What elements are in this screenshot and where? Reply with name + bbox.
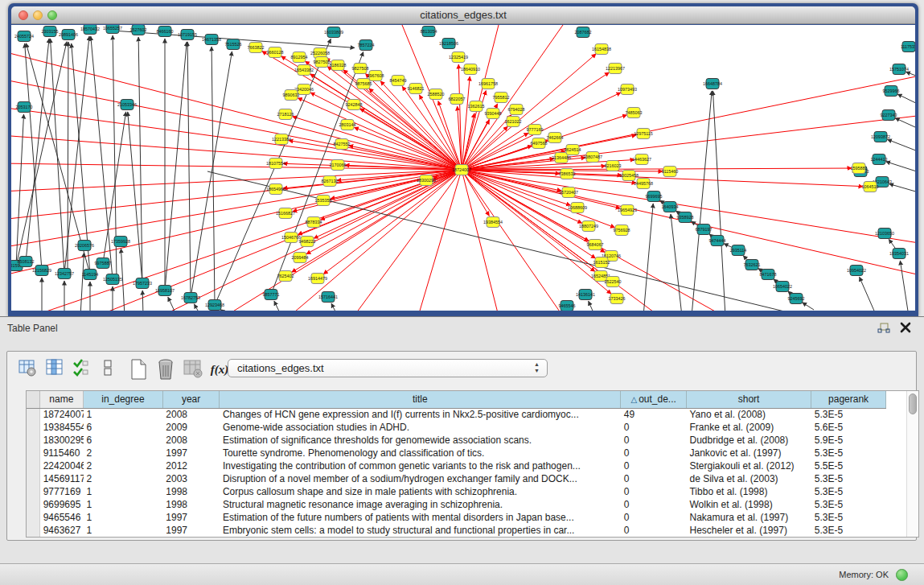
table-cell[interactable]: 9465546 [39, 511, 83, 524]
network-node[interactable]: 8186328 [330, 60, 347, 71]
table-cell[interactable]: Tourette syndrome. Phenomenology and cla… [220, 447, 621, 459]
network-node[interactable]: 1615152 [593, 257, 610, 268]
network-node[interactable]: 12156829 [32, 266, 51, 276]
network-node[interactable]: 10354031 [889, 249, 909, 259]
table-cell[interactable]: 1997 [162, 447, 220, 459]
network-node[interactable]: 14495768 [634, 179, 653, 189]
table-cell[interactable]: Estimation of the future numbers of pati… [220, 511, 621, 524]
network-node[interactable]: 2053170 [16, 102, 33, 113]
table-cell[interactable]: 0 [621, 472, 687, 485]
select-all-icon[interactable] [70, 358, 91, 381]
network-node[interactable]: 10025458 [619, 171, 639, 181]
network-node[interactable]: 14136141 [576, 290, 595, 300]
network-node[interactable]: 6216023 [605, 161, 622, 171]
network-node[interactable]: 9474444 [709, 236, 726, 246]
table-cell[interactable]: Jankovic et al. (1997) [686, 447, 811, 459]
table-scrollbar[interactable] [906, 391, 918, 537]
table-cell[interactable]: 0 [621, 485, 687, 498]
table-row[interactable]: 1830029562008Estimation of significance … [27, 434, 886, 447]
network-node[interactable]: 12093872 [871, 132, 890, 142]
table-cell[interactable]: 0 [621, 459, 687, 472]
table-cell[interactable]: Nakamura et al. (1997) [686, 511, 811, 524]
column-header-out_de...[interactable]: △out_de... [621, 391, 687, 408]
network-node[interactable]: 8813054 [421, 27, 437, 37]
table-row[interactable]: 1456911722003Disruption of a novel membe… [27, 472, 886, 485]
column-header-pagerank[interactable]: pagerank [811, 391, 886, 408]
network-node[interactable]: 16961758 [478, 79, 498, 89]
table-cell[interactable]: 9699695 [39, 498, 83, 511]
delete-column-icon[interactable] [155, 358, 176, 381]
network-node[interactable]: 7663822 [248, 43, 265, 53]
network-node[interactable]: 16914479 [308, 274, 327, 284]
network-node[interactable]: 15751074 [889, 64, 909, 75]
network-node[interactable]: 12103650 [875, 229, 894, 239]
network-node[interactable]: 1117537 [901, 42, 915, 52]
show-columns-icon[interactable] [44, 358, 65, 381]
network-node[interactable]: 15166827 [276, 208, 295, 219]
network-node[interactable]: 2803144 [339, 120, 356, 130]
network-node[interactable]: 12325419 [449, 52, 468, 63]
table-cell[interactable]: Investigating the contribution of common… [220, 459, 621, 472]
network-node[interactable]: 10973493 [618, 84, 637, 95]
table-cell[interactable]: 18724007 [39, 408, 83, 421]
network-node[interactable]: 24055724 [14, 31, 34, 42]
table-cell[interactable]: 5.5E-5 [811, 459, 886, 472]
network-node[interactable]: 9777169 [527, 125, 544, 135]
network-node[interactable]: 9245692 [788, 294, 805, 304]
network-node[interactable]: 2099484 [292, 253, 309, 263]
network-node[interactable]: 9358928 [677, 212, 694, 223]
network-node[interactable]: 12923468 [205, 300, 224, 311]
network-node[interactable]: 12505135 [103, 274, 122, 285]
network-node[interactable]: 10654022 [773, 282, 792, 292]
network-node[interactable]: 10807487 [583, 152, 602, 163]
network-node[interactable]: 9684067 [587, 240, 604, 250]
column-header-short[interactable]: short [686, 391, 811, 408]
table-cell[interactable]: 2 [84, 472, 163, 485]
delete-table-icon[interactable] [183, 358, 203, 381]
table-cell[interactable]: 0 [621, 447, 687, 459]
column-header-year[interactable]: year [162, 391, 220, 408]
network-node[interactable]: 2522540 [605, 277, 622, 287]
table-cell[interactable]: 22420046 [39, 459, 83, 472]
float-panel-icon[interactable] [877, 323, 890, 334]
network-node[interactable]: 9529966 [883, 86, 900, 97]
network-node[interactable]: 1244413 [871, 154, 888, 165]
column-header-name[interactable]: name [39, 391, 83, 408]
network-node[interactable]: 16782753 [181, 293, 200, 303]
table-cell[interactable]: 5.3E-5 [811, 524, 886, 537]
table-cell[interactable]: 5.9E-5 [811, 434, 886, 447]
table-cell[interactable]: 5.3E-5 [811, 511, 886, 524]
network-node[interactable]: 6822057 [449, 94, 466, 105]
network-node[interactable]: 9699695 [646, 192, 663, 202]
close-panel-icon[interactable] [900, 322, 911, 333]
table-cell[interactable]: 1 [84, 524, 163, 537]
table-settings-icon[interactable] [17, 358, 38, 381]
table-row[interactable]: 2242004622012Investigating the contribut… [27, 459, 886, 472]
network-node[interactable]: 15720407 [559, 187, 578, 198]
table-cell[interactable]: 19384554 [39, 421, 83, 434]
network-node[interactable]: 6497568 [531, 138, 548, 149]
table-cell[interactable]: 5.3E-5 [811, 485, 886, 498]
network-node[interactable]: 7462664 [547, 133, 564, 143]
table-cell[interactable]: Tibbo et al. (1998) [686, 485, 811, 498]
table-cell[interactable]: 1997 [162, 524, 220, 537]
network-node[interactable]: 18807249 [579, 221, 598, 232]
table-cell[interactable]: Changes of HCN gene expression and I(f) … [220, 408, 621, 421]
table-row[interactable]: 977716911998Corpus callosum shape and si… [27, 485, 886, 498]
row-header-column[interactable] [27, 391, 39, 408]
table-cell[interactable]: 1998 [162, 485, 220, 498]
network-node[interactable]: 1595881 [851, 163, 868, 174]
network-node[interactable]: 8267130 [322, 176, 339, 187]
table-cell[interactable]: 1998 [162, 498, 220, 511]
network-node[interactable]: 9827505 [314, 57, 331, 68]
network-node[interactable]: 7485063 [626, 108, 643, 118]
table-row[interactable]: 946362711997Embryonic stem cells: a mode… [27, 524, 886, 537]
network-node[interactable]: 16154838 [592, 44, 611, 55]
table-cell[interactable]: 0 [621, 524, 687, 537]
table-cell[interactable]: 6 [84, 434, 163, 447]
network-node[interactable]: 18300295 [417, 175, 436, 186]
network-node[interactable]: 16033809 [324, 27, 343, 38]
network-node[interactable]: 21053346 [117, 100, 137, 110]
network-node[interactable]: 19654923 [618, 205, 637, 216]
network-node[interactable]: 3624514 [565, 145, 581, 155]
